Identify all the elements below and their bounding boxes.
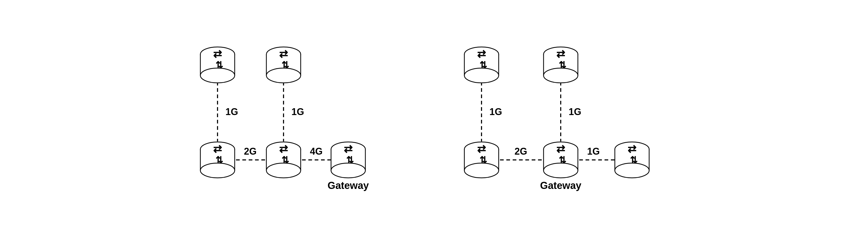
svg-point-36 xyxy=(331,163,365,178)
svg-text:⇄: ⇄ xyxy=(556,143,565,155)
svg-text:⇄: ⇄ xyxy=(213,143,222,155)
router-mid-center: ⇄ ⇄ xyxy=(267,142,301,178)
diagram-left: 1G 1G 2G 4G ⇄ ⇄ xyxy=(183,33,394,219)
svg-text:⇄: ⇄ xyxy=(557,156,568,164)
router-mid-left: ⇄ ⇄ xyxy=(200,142,235,178)
link-label-1g-r: 1G xyxy=(587,146,600,157)
svg-text:⇄: ⇄ xyxy=(627,143,637,155)
router-gateway-r: ⇄ ⇄ xyxy=(544,142,578,178)
svg-text:⇄: ⇄ xyxy=(280,156,291,164)
link-label-1g-left: 1G xyxy=(225,106,238,117)
router-right-end: ⇄ ⇄ xyxy=(615,142,649,178)
svg-point-22 xyxy=(200,163,235,178)
svg-text:⇄: ⇄ xyxy=(478,156,489,164)
svg-text:⇄: ⇄ xyxy=(556,48,565,60)
link-label-4g: 4G xyxy=(310,146,322,157)
router-top-right: ⇄ ⇄ xyxy=(267,47,301,83)
svg-text:⇄: ⇄ xyxy=(477,48,486,60)
svg-point-68 xyxy=(544,163,578,178)
gateway-node-left: ⇄ ⇄ xyxy=(331,142,365,178)
svg-point-75 xyxy=(615,163,649,178)
svg-text:⇄: ⇄ xyxy=(213,48,222,60)
router-top-right-r: ⇄ ⇄ xyxy=(544,47,578,83)
svg-point-47 xyxy=(464,68,499,83)
svg-point-8 xyxy=(200,68,235,83)
svg-text:⇄: ⇄ xyxy=(214,61,225,69)
svg-text:⇄: ⇄ xyxy=(345,156,355,164)
router-top-left-r: ⇄ ⇄ xyxy=(464,47,499,83)
gateway-label-right: Gateway xyxy=(540,180,581,191)
link-label-2g-r: 2G xyxy=(515,146,527,157)
svg-point-29 xyxy=(267,163,301,178)
gateway-label-left: Gateway xyxy=(328,180,369,191)
svg-text:⇄: ⇄ xyxy=(279,143,288,155)
router-mid-left-r: ⇄ ⇄ xyxy=(464,142,499,178)
svg-text:⇄: ⇄ xyxy=(280,61,291,69)
svg-text:⇄: ⇄ xyxy=(478,61,489,69)
link-label-2g: 2G xyxy=(244,146,257,157)
link-label-1g-left-r: 1G xyxy=(490,106,502,117)
diagram-right: 1G 1G 2G 1G ⇄ ⇄ ⇄ ⇄ xyxy=(447,33,685,219)
svg-point-54 xyxy=(544,68,578,83)
svg-point-15 xyxy=(267,68,301,83)
link-label-1g-right: 1G xyxy=(291,106,304,117)
svg-text:⇄: ⇄ xyxy=(344,143,353,155)
svg-text:⇄: ⇄ xyxy=(628,156,640,164)
svg-text:⇄: ⇄ xyxy=(279,48,288,60)
svg-text:⇄: ⇄ xyxy=(557,61,568,69)
svg-text:⇄: ⇄ xyxy=(477,143,486,155)
link-label-1g-right-r: 1G xyxy=(569,106,581,117)
svg-point-61 xyxy=(464,163,499,178)
router-top-left: ⇄ ⇄ xyxy=(200,47,235,83)
svg-text:⇄: ⇄ xyxy=(214,156,225,164)
